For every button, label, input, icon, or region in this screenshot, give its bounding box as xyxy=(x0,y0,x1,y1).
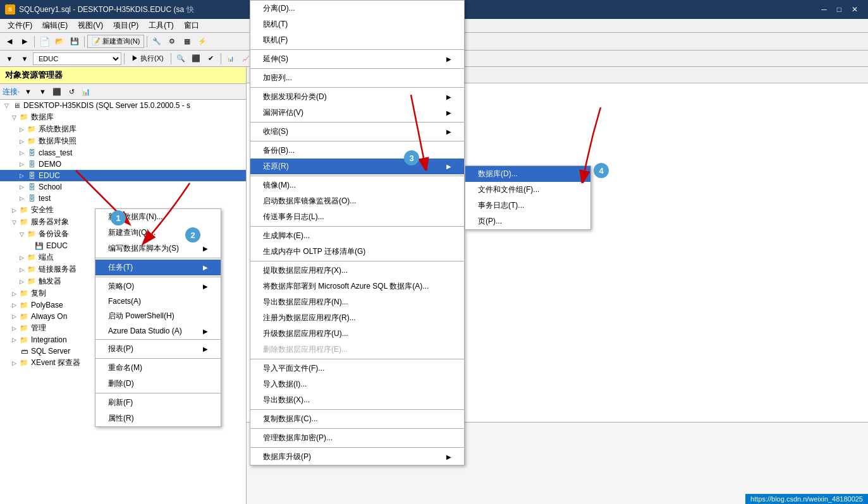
cm-restore-filegroup[interactable]: 文件和文件组(F)... xyxy=(465,182,590,198)
btn5[interactable]: ⚙ xyxy=(165,35,179,49)
cm-mirror-monitor[interactable]: 启动数据库镜像监视器(O)... xyxy=(250,193,464,209)
cm-shrink-arrow: ▶ xyxy=(446,128,451,135)
cm-upgrade-dac[interactable]: 升级数据层应用程序(U)... xyxy=(250,326,464,342)
cm-copy-db[interactable]: 复制数据库(C)... xyxy=(250,411,464,427)
cm-import-data[interactable]: 导入数据(I)... xyxy=(250,376,464,392)
execute-btn[interactable]: ▶ 执行(X) xyxy=(127,52,168,66)
cm-reports[interactable]: 报表(P) ▶ xyxy=(95,341,221,357)
save-btn[interactable]: 💾 xyxy=(68,35,82,49)
new-btn[interactable]: 📄 xyxy=(37,35,51,49)
menu-project[interactable]: 项目(P) xyxy=(108,19,144,32)
folder-serverobj-icon: 📁 xyxy=(19,217,29,227)
oe-filter-btn[interactable]: ▼ xyxy=(21,85,34,98)
tree-db-snapshot[interactable]: ▷ 📁 数据库快照 xyxy=(0,135,246,147)
cm-properties[interactable]: 属性(R) xyxy=(95,411,221,426)
parse-btn[interactable]: ✔ xyxy=(204,52,218,66)
cm-dataclass-arrow: ▶ xyxy=(446,93,451,100)
stop-btn[interactable]: ⬛ xyxy=(189,52,203,66)
filter2-btn[interactable]: ▼ xyxy=(18,52,32,66)
cm-export-data[interactable]: 导出数据(X)... xyxy=(250,392,464,408)
status-text: https://blog.csdn.n/weixin_48180025 xyxy=(750,495,863,503)
cm-register-dac[interactable]: 注册为数据层应用程序(R)... xyxy=(250,310,464,326)
cm-facets[interactable]: Facets(A) xyxy=(95,294,221,308)
cm-tasks[interactable]: 任务(T) ▶ xyxy=(95,260,221,275)
btn4[interactable]: 🔧 xyxy=(150,35,164,49)
cm-restore-page[interactable]: 页(P)... xyxy=(465,213,590,229)
cm-shrink[interactable]: 收缩(S) ▶ xyxy=(250,124,464,140)
cm-restore-db[interactable]: 数据库(D)... xyxy=(465,166,590,182)
cm-logtransfer[interactable]: 传送事务日志(L)... xyxy=(250,209,464,225)
oe-refresh-btn[interactable]: ↺ xyxy=(65,85,78,98)
menu-edit[interactable]: 编辑(E) xyxy=(37,19,73,32)
sep-t10 xyxy=(250,409,464,410)
debug-btn[interactable]: 🔍 xyxy=(174,52,188,66)
oe-stop-btn[interactable]: ⬛ xyxy=(51,85,63,98)
forward-btn[interactable]: ▶ xyxy=(18,35,32,49)
cm-powershell[interactable]: 启动 PowerShell(H) xyxy=(95,308,221,324)
cm-refresh[interactable]: 刷新(F) xyxy=(95,395,221,411)
cm-backup[interactable]: 备份(B)... xyxy=(250,143,464,159)
cm-script[interactable]: 编写数据库脚本为(S) ▶ xyxy=(95,241,221,256)
cm-delete[interactable]: 删除(D) xyxy=(95,376,221,392)
cm-manage-encrypt[interactable]: 管理数据库加密(P)... xyxy=(250,430,464,446)
cm-restore-log[interactable]: 事务日志(T)... xyxy=(465,198,590,213)
connect-label[interactable]: 连接· xyxy=(3,87,20,97)
expand-school: ▷ xyxy=(18,183,25,191)
btn6[interactable]: ▦ xyxy=(180,35,194,49)
tree-system-db[interactable]: ▷ 📁 系统数据库 xyxy=(0,123,246,135)
cm-genscript[interactable]: 生成脚本(E)... xyxy=(250,228,464,244)
cm-db-upgrade-label: 数据库升级(P) xyxy=(263,452,311,462)
mgmt-label: 管理 xyxy=(31,323,46,333)
tree-school[interactable]: ▷ 🗄 School xyxy=(0,181,246,193)
cm-online[interactable]: 联机(F) xyxy=(250,32,464,48)
cm-deploy-azure[interactable]: 将数据库部署到 Microsoft Azure SQL 数据库(A)... xyxy=(250,279,464,294)
cm-db-upgrade[interactable]: 数据库升级(P) ▶ xyxy=(250,449,464,465)
menu-view[interactable]: 视图(V) xyxy=(73,19,108,32)
cm-encrypt-col[interactable]: 加密列... xyxy=(250,70,464,86)
filter-btn[interactable]: ▼ xyxy=(3,52,16,66)
expand-snapshot: ▷ xyxy=(18,138,25,145)
expand-endpoint: ▷ xyxy=(18,254,25,261)
tree-test[interactable]: ▷ 🗄 test xyxy=(0,193,246,204)
tree-educ[interactable]: ▷ 🗄 EDUC xyxy=(0,170,246,181)
cm-import-flat[interactable]: 导入平面文件(F)... xyxy=(250,361,464,376)
cm-vuln[interactable]: 漏洞评估(V) ▶ xyxy=(250,105,464,121)
oe-filter2-btn[interactable]: ▼ xyxy=(36,85,49,98)
cm-oltp[interactable]: 生成内存中 OLTP 迁移清单(G) xyxy=(250,244,464,260)
cm-stretch[interactable]: 延伸(S) ▶ xyxy=(250,51,464,67)
tree-databases[interactable]: ▽ 📁 数据库 xyxy=(0,111,246,123)
menu-file[interactable]: 文件(F) xyxy=(3,19,37,32)
cm-offline[interactable]: 脱机(T) xyxy=(250,16,464,32)
close-btn[interactable]: ✕ xyxy=(847,5,863,14)
back-btn[interactable]: ◀ xyxy=(3,35,16,49)
cm-policy[interactable]: 策略(O) ▶ xyxy=(95,279,221,294)
minimize-btn[interactable]: ─ xyxy=(816,5,832,14)
new-query-btn[interactable]: 📝 新建查询(N) xyxy=(87,35,144,48)
replication-label: 复制 xyxy=(31,288,46,299)
expand-security: ▷ xyxy=(10,207,18,214)
folder-icon: 📁 xyxy=(19,112,29,123)
cm-restore[interactable]: 还原(R) ▶ xyxy=(250,159,464,174)
btn7[interactable]: ⚡ xyxy=(195,35,209,49)
include-plan-btn[interactable]: 📊 xyxy=(224,52,238,66)
cm-newquery[interactable]: 新建查询(Q)... xyxy=(95,225,221,241)
expand-classtest: ▷ xyxy=(18,149,25,157)
cm-mirror[interactable]: 镜像(M)... xyxy=(250,177,464,193)
endpoint-label: 端点 xyxy=(39,252,54,263)
tree-server[interactable]: ▽ 🖥 DESKTOP-H35KDIS (SQL Server 15.0.200… xyxy=(0,100,246,111)
cm-azure[interactable]: Azure Data Studio (A) ▶ xyxy=(95,324,221,338)
cm-detach[interactable]: 分离(D)... xyxy=(250,1,464,16)
sep-cm2 xyxy=(95,277,221,277)
db-dropdown[interactable]: EDUC xyxy=(33,52,121,65)
oe-chart-btn[interactable]: 📊 xyxy=(80,85,92,98)
cm-dataclass[interactable]: 数据发现和分类(D) ▶ xyxy=(250,89,464,105)
cm-export-dac[interactable]: 导出数据层应用程序(N)... xyxy=(250,294,464,310)
cm-extract-dac[interactable]: 提取数据层应用程序(X)... xyxy=(250,263,464,279)
menu-tools[interactable]: 工具(T) xyxy=(144,19,178,32)
tree-demo[interactable]: ▷ 🗄 DEMO xyxy=(0,159,246,170)
cm-rename[interactable]: 重命名(M) xyxy=(95,360,221,376)
maximize-btn[interactable]: □ xyxy=(832,5,847,14)
open-btn[interactable]: 📂 xyxy=(52,35,66,49)
tree-classtest[interactable]: ▷ 🗄 class_test xyxy=(0,147,246,159)
menu-window[interactable]: 窗口 xyxy=(179,19,204,32)
